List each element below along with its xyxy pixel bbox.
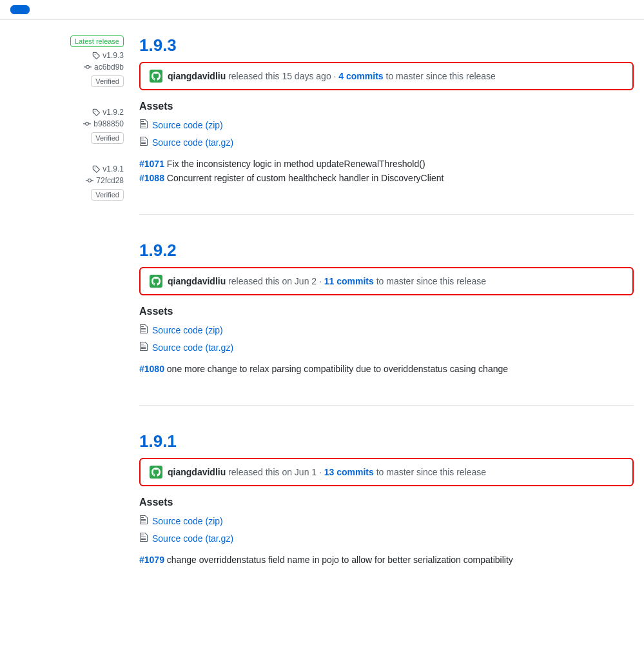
file-icon <box>139 515 148 527</box>
asset-link[interactable]: Source code (zip) <box>152 516 223 526</box>
tag-icon <box>92 108 100 116</box>
assets-heading: Assets <box>139 101 634 112</box>
note-text: one more change to relax parsing compati… <box>164 364 508 374</box>
commit-icon <box>84 63 92 71</box>
issue-link[interactable]: #1080 <box>139 364 164 374</box>
release-info-box: qiangdavidliu released this 15 days ago … <box>139 62 634 90</box>
release-username[interactable]: qiangdavidliu <box>168 276 226 286</box>
latest-release-badge: Latest release <box>70 35 124 47</box>
release-info-box: qiangdavidliu released this on Jun 2 · 1… <box>139 267 634 295</box>
release-meta: qiangdavidliu released this 15 days ago … <box>168 71 496 81</box>
asset-link[interactable]: Source code (tar.gz) <box>152 533 233 544</box>
release-text-after: to master since this release <box>374 276 486 286</box>
sidebar-release-release-193: Latest release v1.9.3 ac6bd9b Verified <box>10 35 124 87</box>
sidebar-commit-label: b988850 <box>93 119 124 128</box>
asset-link[interactable]: Source code (tar.gz) <box>152 137 233 148</box>
asset-link[interactable]: Source code (tar.gz) <box>152 342 233 353</box>
release-version[interactable]: 1.9.1 <box>139 431 634 451</box>
release-info-box: qiangdavidliu released this on Jun 1 · 1… <box>139 458 634 486</box>
sidebar-tag: v1.9.1 <box>10 164 124 173</box>
release-username[interactable]: qiangdavidliu <box>168 467 226 477</box>
avatar-icon <box>150 70 162 83</box>
issue-link[interactable]: #1088 <box>139 173 164 183</box>
file-icon <box>139 324 148 336</box>
release-version[interactable]: 1.9.2 <box>139 241 634 261</box>
release-note-line: #1071 Fix the inconsistency logic in met… <box>139 159 634 169</box>
sidebar-release-release-192: v1.9.2 b988850 Verified <box>10 108 124 144</box>
release-text-before: released this on Jun 2 · <box>228 276 324 286</box>
release-meta: qiangdavidliu released this on Jun 1 · 1… <box>168 467 486 477</box>
release-notes: #1080 one more change to relax parsing c… <box>139 364 634 374</box>
file-icon <box>139 532 148 544</box>
release-entry-release-191: 1.9.1 qiangdavidliu released this on Jun… <box>139 431 634 565</box>
release-divider <box>139 214 634 215</box>
asset-link[interactable]: Source code (zip) <box>152 120 223 130</box>
asset-item: Source code (tar.gz) <box>139 136 634 148</box>
sidebar-commit-label: ac6bd9b <box>94 63 124 72</box>
asset-item: Source code (zip) <box>139 515 634 527</box>
commit-icon <box>86 177 93 184</box>
note-text: Concurrent register of custom healthchec… <box>164 173 444 183</box>
asset-item: Source code (zip) <box>139 119 634 131</box>
sidebar-commit-label: 72fcd28 <box>96 176 124 185</box>
release-note-line: #1079 change overriddenstatus field name… <box>139 555 634 565</box>
release-text-after: to master since this release <box>384 71 496 81</box>
sidebar-tag-label: v1.9.3 <box>102 51 124 60</box>
issue-link[interactable]: #1071 <box>139 159 164 169</box>
release-username[interactable]: qiangdavidliu <box>168 71 226 81</box>
sidebar-commit: 72fcd28 <box>10 176 124 185</box>
file-icon <box>139 119 148 131</box>
assets-heading: Assets <box>139 497 634 508</box>
sidebar-release-release-191: v1.9.1 72fcd28 Verified <box>10 164 124 201</box>
sidebar-commit: ac6bd9b <box>10 63 124 72</box>
asset-item: Source code (zip) <box>139 324 634 336</box>
tag-icon <box>92 52 100 59</box>
release-note-line: #1080 one more change to relax parsing c… <box>139 364 634 374</box>
avatar-icon <box>150 466 162 479</box>
release-text-before: released this on Jun 1 · <box>228 467 324 477</box>
releases-list: 1.9.3 qiangdavidliu released this 15 day… <box>139 35 634 596</box>
commit-icon <box>83 120 91 128</box>
release-notes: #1079 change overriddenstatus field name… <box>139 555 634 565</box>
note-text: change overriddenstatus field name in po… <box>164 555 513 565</box>
sidebar-tag-label: v1.9.1 <box>102 164 124 173</box>
release-text-before: released this 15 days ago · <box>228 71 338 81</box>
release-entry-release-192: 1.9.2 qiangdavidliu released this on Jun… <box>139 241 634 374</box>
commits-link[interactable]: 4 commits <box>338 71 383 81</box>
verified-badge: Verified <box>91 189 124 201</box>
tag-icon <box>92 165 100 173</box>
assets-list: Source code (zip) Source code (tar.gz) <box>139 119 634 148</box>
release-divider <box>139 405 634 406</box>
asset-item: Source code (tar.gz) <box>139 532 634 544</box>
assets-list: Source code (zip) Source code (tar.gz) <box>139 324 634 353</box>
avatar-icon <box>150 275 162 288</box>
release-version[interactable]: 1.9.3 <box>139 35 634 55</box>
page-content: Latest release v1.9.3 ac6bd9b Verified v… <box>0 20 644 611</box>
release-text-after: to master since this release <box>374 467 486 477</box>
verified-badge: Verified <box>91 75 124 87</box>
sidebar-verified: Verified <box>10 188 124 201</box>
tabs-bar <box>0 0 644 20</box>
sidebar-verified: Verified <box>10 131 124 144</box>
assets-heading: Assets <box>139 306 634 317</box>
tags-tab[interactable] <box>35 5 54 14</box>
sidebar-tag-label: v1.9.2 <box>102 108 124 117</box>
sidebar-verified: Verified <box>10 74 124 87</box>
releases-tab[interactable] <box>10 5 30 14</box>
sidebar-tag: v1.9.3 <box>10 51 124 60</box>
commits-link[interactable]: 11 commits <box>324 276 374 286</box>
sidebar-commit: b988850 <box>10 119 124 128</box>
commits-link[interactable]: 13 commits <box>324 467 374 477</box>
note-text: Fix the inconsistency logic in method up… <box>164 159 425 169</box>
asset-link[interactable]: Source code (zip) <box>152 325 223 335</box>
release-entry-release-193: 1.9.3 qiangdavidliu released this 15 day… <box>139 35 634 183</box>
issue-link[interactable]: #1079 <box>139 555 164 565</box>
file-icon <box>139 136 148 148</box>
release-meta: qiangdavidliu released this on Jun 2 · 1… <box>168 276 486 286</box>
file-icon <box>139 341 148 353</box>
release-note-line: #1088 Concurrent register of custom heal… <box>139 173 634 183</box>
sidebar-tag: v1.9.2 <box>10 108 124 117</box>
release-notes: #1071 Fix the inconsistency logic in met… <box>139 159 634 183</box>
sidebar: Latest release v1.9.3 ac6bd9b Verified v… <box>10 35 139 596</box>
verified-badge: Verified <box>91 132 124 144</box>
